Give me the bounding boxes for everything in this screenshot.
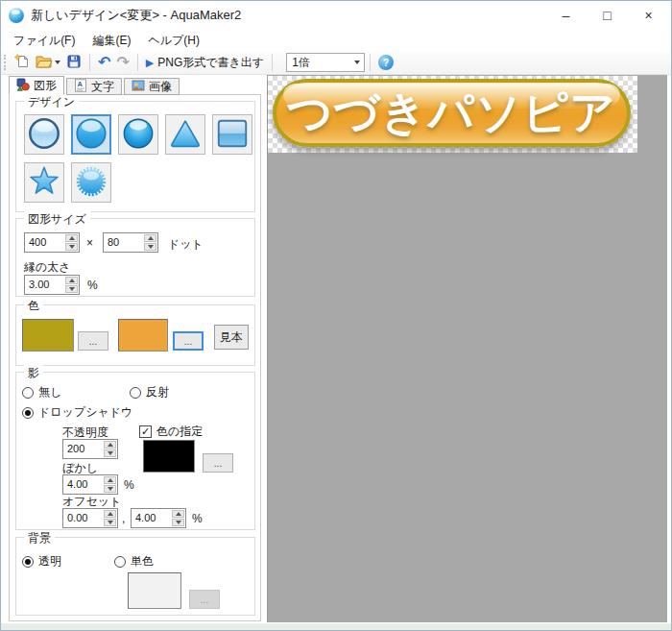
offset-x-spinner[interactable]: 0.00 (62, 508, 118, 528)
app-window: 新しいデザイン<変更> - AquaMaker2 – □ × ファイル(F) 編… (0, 0, 672, 631)
opacity-spinner[interactable]: 200 (62, 439, 118, 459)
fill-color-browse-button[interactable]: ... (173, 331, 204, 351)
shape-button-circle-outline[interactable] (24, 114, 64, 155)
sphere-icon (120, 115, 156, 155)
background-group-title: 背景 (24, 530, 55, 546)
menu-item-file[interactable]: ファイル(F) (5, 30, 84, 52)
main-area: 図形 A 文字 画像 デザイン (1, 75, 671, 623)
blur-spinner[interactable]: 4.00 (62, 474, 118, 495)
shape-button-triangle[interactable] (165, 114, 205, 155)
color-spec-checkbox[interactable]: ✓ 色の指定 (139, 424, 203, 440)
spin-down-button[interactable] (104, 449, 116, 457)
shadow-color-browse-button[interactable]: ... (203, 453, 233, 473)
offset-unit-label: % (192, 512, 203, 525)
close-button[interactable]: × (628, 1, 669, 30)
spin-up-button[interactable] (104, 510, 116, 518)
shape-button-star[interactable] (24, 162, 64, 203)
spin-up-button[interactable] (104, 441, 116, 449)
tabstrip: 図形 A 文字 画像 (9, 76, 181, 95)
spin-down-button[interactable] (65, 243, 78, 251)
blur-unit-label: % (124, 478, 134, 492)
toolbar-separator (89, 54, 90, 71)
offset-y-spinner[interactable]: 4.00 (131, 508, 186, 528)
chevron-down-icon[interactable] (348, 54, 364, 71)
blur-value: 4.00 (63, 475, 103, 494)
redo-button[interactable]: ↷ (113, 52, 132, 74)
toolbar: ↶ ↷ ▶ PNG形式で書き出す 1倍 ? (1, 51, 671, 75)
color-group-title: 色 (24, 298, 43, 314)
svg-text:A: A (77, 80, 83, 88)
design-group-title: デザイン (24, 94, 79, 110)
shadow-group-title: 影 (24, 365, 43, 381)
radio-bg-solid[interactable]: 単色 (114, 553, 154, 570)
export-png-label: PNG形式で書き出す (157, 55, 264, 71)
shape-button-glossy-circle[interactable] (71, 114, 111, 155)
radio-shadow-reflect[interactable]: 反射 (130, 384, 169, 400)
radio-shadow-drop[interactable]: ドロップシャドウ (22, 404, 132, 421)
star-icon (26, 163, 62, 203)
shapes-icon (16, 78, 30, 94)
shape-button-rounded-square[interactable] (212, 114, 252, 155)
spin-down-button[interactable] (104, 519, 116, 526)
preview-canvas: つづきパソピア (268, 76, 637, 153)
radio-shadow-none[interactable]: 無し (22, 384, 61, 400)
bg-color-browse-button[interactable]: ... (189, 590, 220, 609)
checkmark-icon: ✓ (139, 425, 152, 438)
help-button[interactable]: ? (375, 52, 396, 74)
toolbar-grip[interactable] (4, 55, 8, 70)
spin-up-button[interactable] (65, 234, 78, 242)
height-spinner[interactable]: 80 (103, 232, 158, 253)
zoom-combobox[interactable]: 1倍 (286, 53, 365, 72)
comma-label: , (122, 512, 125, 525)
tab-text-label: 文字 (91, 79, 114, 95)
sample-button[interactable]: 見本 (214, 325, 249, 350)
spin-down-button[interactable] (65, 285, 78, 293)
shape-button-seal[interactable] (71, 162, 111, 203)
preview-button-text: つづきパソピア (276, 83, 627, 143)
new-button[interactable] (12, 52, 33, 74)
spin-up-button[interactable] (172, 510, 184, 518)
save-icon (66, 54, 82, 72)
tab-shape[interactable]: 図形 (9, 76, 64, 95)
border-color-browse-button[interactable]: ... (78, 331, 108, 351)
spin-up-button[interactable] (144, 234, 156, 242)
export-png-button[interactable]: ▶ PNG形式で書き出す (143, 52, 267, 74)
redo-icon: ↷ (116, 55, 129, 70)
rounded-square-icon (214, 115, 251, 155)
radio-bg-transparent[interactable]: 透明 (22, 553, 61, 570)
spin-up-button[interactable] (65, 277, 78, 284)
fill-color-swatch (118, 319, 168, 352)
tab-text[interactable]: A 文字 (66, 78, 122, 95)
width-spinner[interactable]: 400 (24, 232, 80, 253)
menu-item-help[interactable]: ヘルプ(H) (139, 30, 208, 52)
open-dropdown-icon[interactable] (55, 61, 60, 64)
help-icon: ? (378, 55, 394, 70)
maximize-button[interactable]: □ (587, 1, 628, 30)
app-icon (9, 8, 24, 23)
minimize-button[interactable]: – (545, 1, 587, 30)
open-button[interactable] (33, 52, 63, 74)
toolbar-separator (137, 54, 138, 71)
unit-label: ドット (168, 236, 204, 253)
shape-button-sphere[interactable] (118, 114, 158, 155)
shape-settings-panel: デザイン (9, 94, 261, 621)
spin-up-button[interactable] (104, 476, 116, 484)
toolbar-separator (370, 54, 371, 71)
spin-down-button[interactable] (144, 243, 156, 251)
opacity-value: 200 (63, 440, 103, 458)
menu-item-edit[interactable]: 編集(E) (84, 30, 139, 52)
menubar: ファイル(F) 編集(E) ヘルプ(H) (1, 30, 671, 51)
height-value: 80 (104, 233, 143, 252)
tab-image[interactable]: 画像 (124, 78, 180, 95)
bg-color-swatch (128, 572, 181, 609)
spin-down-button[interactable] (172, 519, 184, 526)
edge-width-spinner[interactable]: 3.00 (24, 275, 80, 295)
save-button[interactable] (63, 52, 84, 74)
zoom-value: 1倍 (292, 55, 310, 71)
play-icon: ▶ (146, 57, 154, 69)
spin-down-button[interactable] (104, 485, 116, 493)
new-file-icon (14, 54, 30, 72)
triangle-icon (167, 115, 204, 155)
undo-button[interactable]: ↶ (95, 52, 113, 74)
preview-pane: つづきパソピア (267, 75, 667, 622)
